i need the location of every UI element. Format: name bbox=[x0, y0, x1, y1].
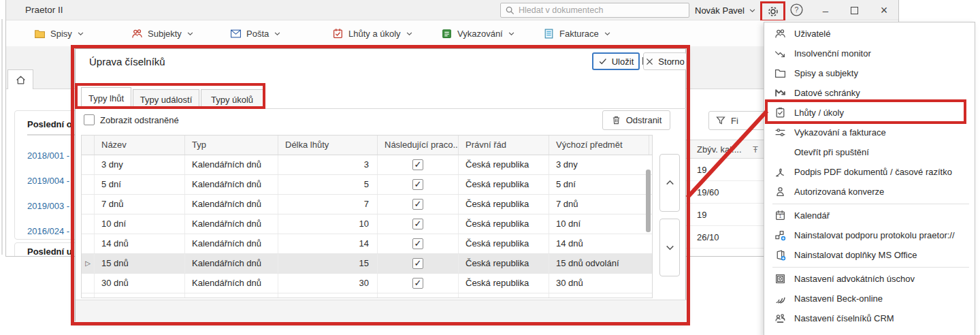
table-cell: Česká republika bbox=[459, 195, 549, 214]
table-row[interactable]: 14 dnůKalendářních dnů14✓Česká republika… bbox=[82, 234, 652, 254]
dialog-tab-typy-lhut[interactable]: Typy lhůt bbox=[81, 87, 131, 109]
table-cell: 7 dnů bbox=[95, 195, 185, 214]
settings-item-otevrit-pri-spusteni[interactable]: Otevřít při spuštění bbox=[764, 142, 975, 162]
delete-button[interactable]: Odstranit bbox=[602, 110, 670, 130]
settings-item-nastaveni-beck-online[interactable]: Nastavení Beck-online bbox=[764, 289, 975, 308]
menubar-item-lhuty-a-ukoly[interactable]: Lhůty a úkoly bbox=[332, 26, 413, 41]
user-menu-button[interactable]: Novák Pavel bbox=[695, 0, 756, 20]
column-header-vychozi-predmet[interactable]: Výchozí předmět bbox=[549, 135, 649, 155]
menubar-item-vykazovani[interactable]: Vykazování bbox=[441, 26, 515, 41]
table-row[interactable]: 10 dníKalendářních dnů10✓Česká republika… bbox=[82, 214, 652, 234]
menubar-item-subjekty[interactable]: Subjekty bbox=[131, 26, 194, 41]
table-cell: Česká republika bbox=[459, 254, 549, 273]
table-cell: 30 dnů bbox=[549, 274, 649, 293]
invoice-blue-icon bbox=[543, 28, 555, 39]
filter-funnel-icon bbox=[715, 115, 726, 126]
menubar-item-spisy[interactable]: Spisy bbox=[34, 26, 84, 41]
minimize-button[interactable]: – bbox=[813, 0, 838, 20]
bg-table-value: 19 bbox=[685, 159, 773, 181]
table-cell: 15 dnů odvolání bbox=[549, 254, 649, 273]
bg-table-value: 26/10 bbox=[685, 226, 773, 249]
settings-item-lhuty-ukoly[interactable]: Lhůty / úkoly bbox=[764, 103, 975, 123]
table-row[interactable]: 3 dnyKalendářních dnů3✓Česká republika3 … bbox=[82, 155, 652, 175]
recent-file-link[interactable]: 2016/024 - bbox=[27, 226, 69, 236]
settings-item-label: Nainstalovat doplňky MS Office bbox=[794, 250, 917, 260]
row-checkbox[interactable]: ✓ bbox=[412, 219, 423, 229]
settings-item-nainstalovat-doplnky-ms-office[interactable]: Nainstalovat doplňky MS Office bbox=[764, 245, 975, 265]
settings-item-nastaveni-advokatnich-uschov[interactable]: Nastavení advokátních úschov bbox=[764, 269, 975, 289]
menubar-item-fakturace[interactable]: Fakturace bbox=[543, 26, 611, 41]
titlebar: Praetor II Novák Pavel ? – bbox=[6, 0, 898, 20]
table-cell bbox=[459, 293, 549, 298]
table-row[interactable]: ✓ bbox=[82, 293, 652, 298]
table-row[interactable]: ▷15 dnůKalendářních dnů15✓Česká republik… bbox=[82, 254, 652, 274]
row-checkbox[interactable]: ✓ bbox=[412, 159, 423, 170]
table-cell: ✓ bbox=[378, 195, 459, 214]
row-checkbox[interactable]: ✓ bbox=[412, 238, 423, 249]
recent-file-link[interactable]: 2018/001 - bbox=[27, 150, 69, 161]
move-down-button[interactable] bbox=[659, 219, 680, 276]
bg-column-header-label: Zbýv. kal.... bbox=[697, 140, 742, 159]
help-button[interactable]: ? bbox=[790, 3, 803, 16]
column-header-pravni-rad[interactable]: Právní řád bbox=[459, 135, 549, 155]
tab-home[interactable] bbox=[7, 69, 33, 89]
table-cell: 3 dny bbox=[549, 155, 649, 174]
save-button[interactable]: Uložit bbox=[592, 52, 640, 70]
bg-column-header[interactable]: Zbýv. kal.... Ŧ bbox=[685, 140, 773, 159]
column-header-typ[interactable]: Typ bbox=[185, 135, 278, 155]
settings-gear-button[interactable] bbox=[760, 1, 785, 22]
svg-text:1: 1 bbox=[779, 214, 781, 219]
filter-button[interactable]: Fi bbox=[708, 111, 766, 130]
menubar-item-posta[interactable]: Pošta bbox=[230, 26, 281, 41]
settings-item-autorizovana-konverze[interactable]: Autorizovaná konverze bbox=[764, 182, 975, 202]
row-checkbox[interactable]: ✓ bbox=[412, 199, 423, 210]
settings-item-nainstalovat-podporu-protokolu-praetor[interactable]: Nainstalovat podporu protokolu praetor:/… bbox=[764, 225, 975, 245]
table-cell: Česká republika bbox=[459, 214, 549, 234]
row-checkbox[interactable]: ✓ bbox=[412, 298, 423, 298]
cancel-button[interactable]: Storno bbox=[643, 52, 687, 70]
column-header-delka-lhuty[interactable]: Délka lhůty bbox=[278, 135, 378, 155]
person-icon bbox=[774, 186, 786, 197]
settings-item-datove-schranky[interactable]: Datové schránky bbox=[764, 83, 975, 103]
table-cell: ✓ bbox=[378, 214, 459, 234]
settings-item-vykazovani-a-fakturace[interactable]: Vykazování a fakturace bbox=[764, 123, 975, 142]
maximize-icon bbox=[851, 7, 858, 14]
bg-table-value: 28 bbox=[685, 249, 773, 257]
table-cell: 10 dní bbox=[95, 214, 185, 234]
row-checkbox[interactable]: ✓ bbox=[412, 179, 423, 190]
recent-file-link[interactable]: 2019/003 - bbox=[27, 201, 69, 211]
column-header-nazev[interactable]: Název bbox=[95, 135, 185, 155]
show-deleted-checkbox[interactable] bbox=[84, 114, 95, 125]
table-scrollbar-thumb[interactable] bbox=[646, 170, 651, 232]
user-name: Novák Pavel bbox=[695, 5, 745, 16]
row-checkbox[interactable]: ✓ bbox=[412, 258, 423, 269]
table-row[interactable]: 30 dnůKalendářních dnů30✓Česká republika… bbox=[82, 274, 652, 293]
table-row[interactable]: 5 dníKalendářních dnů5✓Česká republika5 … bbox=[82, 175, 652, 195]
recent-tasks-title: Poslední u bbox=[27, 246, 72, 257]
pdf-signature-icon bbox=[774, 166, 786, 178]
row-checkbox[interactable]: ✓ bbox=[412, 278, 423, 289]
recent-file-link[interactable]: 2019/004 - bbox=[27, 176, 69, 186]
close-button[interactable]: × bbox=[872, 0, 896, 20]
settings-item-kalendar[interactable]: 1Kalendář bbox=[764, 206, 975, 225]
dialog-tab-typy-udalosti[interactable]: Typy událostí bbox=[133, 89, 199, 109]
table-row[interactable]: 7 dnůKalendářních dnů7✓Česká republika7 … bbox=[82, 195, 652, 214]
settings-item-podpis-pdf-dokumentu-casove-razitko[interactable]: Podpis PDF dokumentů / časové razítko bbox=[764, 162, 975, 182]
bg-table-value: 19/60 bbox=[685, 181, 773, 204]
column-header-nasledujici-praco[interactable]: Následující praco... bbox=[378, 135, 459, 155]
table-cell: 10 dní bbox=[549, 214, 649, 234]
settings-item-uzivatele[interactable]: Uživatelé bbox=[764, 24, 975, 44]
settings-item-spisy-a-subjekty[interactable]: Spisy a subjekty bbox=[764, 63, 975, 83]
search-input[interactable] bbox=[501, 3, 689, 17]
move-up-button[interactable] bbox=[659, 154, 680, 212]
menubar-item-label: Pošta bbox=[246, 29, 269, 39]
table-cell bbox=[185, 293, 278, 298]
table-cell: ✓ bbox=[378, 234, 459, 253]
maximize-button[interactable] bbox=[842, 0, 866, 20]
settings-item-nastaveni-ciselniku-crm[interactable]: Nastavení číselníků CRM bbox=[764, 308, 975, 328]
settings-item-insolvencni-monitor[interactable]: Insolvenční monitor bbox=[764, 44, 975, 63]
recent-tasks-card: Poslední u bbox=[14, 242, 78, 257]
table-cell: 10 bbox=[278, 214, 378, 234]
search-box[interactable] bbox=[500, 3, 689, 18]
dialog-tab-typy-ukolu[interactable]: Typy úkolů bbox=[201, 89, 263, 109]
